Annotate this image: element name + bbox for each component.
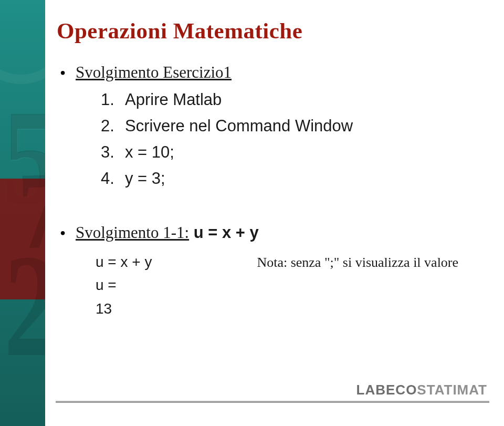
- list-item: 3.x = 10;: [101, 140, 488, 165]
- slide: 5 7 2 Operazioni Matematiche Svolgimento…: [0, 0, 504, 426]
- result-line-1: u = x + yNota: senza ";" si visualizza i…: [96, 251, 488, 274]
- list-ordinal: 1.: [101, 87, 125, 112]
- slide-title: Operazioni Matematiche: [57, 18, 488, 44]
- list-text: x = 10;: [125, 143, 174, 161]
- result-expression: u = x + y: [96, 254, 152, 270]
- result-line-2: u =: [96, 274, 488, 297]
- section-svolgimento-1-1: Svolgimento 1-1: u = x + y u = x + yNota…: [57, 223, 488, 321]
- list-ordinal: 4.: [101, 166, 125, 191]
- slide-footer: LABECOSTATIMAT: [0, 380, 504, 426]
- list-ordinal: 2.: [101, 113, 125, 139]
- list-item: 2.Scrivere nel Command Window: [101, 113, 488, 139]
- logo-part-1: LABECO: [356, 382, 417, 398]
- numbered-list: 1.Aprire Matlab 2.Scrivere nel Command W…: [57, 87, 488, 191]
- footer-rule: [56, 401, 489, 403]
- decorative-circle: [0, 0, 45, 84]
- decorative-number-2: 2: [4, 221, 46, 390]
- list-text: Aprire Matlab: [125, 90, 222, 109]
- left-decorative-band: 5 7 2: [0, 0, 45, 426]
- bullet-svolgimento-1-1: Svolgimento 1-1: u = x + y: [57, 223, 488, 243]
- list-item: 4.y = 3;: [101, 166, 488, 191]
- bullet-label-2-prefix: Svolgimento 1-1:: [76, 223, 189, 242]
- list-text: y = 3;: [125, 169, 165, 188]
- bullet-label-2-expr: u = x + y: [189, 223, 259, 242]
- footer-logo: LABECOSTATIMAT: [354, 382, 489, 398]
- result-note: Nota: senza ";" si visualizza il valore: [257, 255, 458, 270]
- content-area: Operazioni Matematiche Svolgimento Eserc…: [45, 0, 504, 426]
- result-block: u = x + yNota: senza ";" si visualizza i…: [57, 251, 488, 321]
- list-item: 1.Aprire Matlab: [101, 87, 488, 112]
- list-ordinal: 3.: [101, 140, 125, 165]
- bullet-svolgimento-esercizio1: Svolgimento Esercizio1: [57, 63, 488, 83]
- bullet-label-1: Svolgimento Esercizio1: [76, 63, 232, 81]
- list-text: Scrivere nel Command Window: [125, 117, 353, 135]
- result-line-3: 13: [96, 297, 488, 321]
- logo-part-2: STATIMAT: [417, 382, 487, 398]
